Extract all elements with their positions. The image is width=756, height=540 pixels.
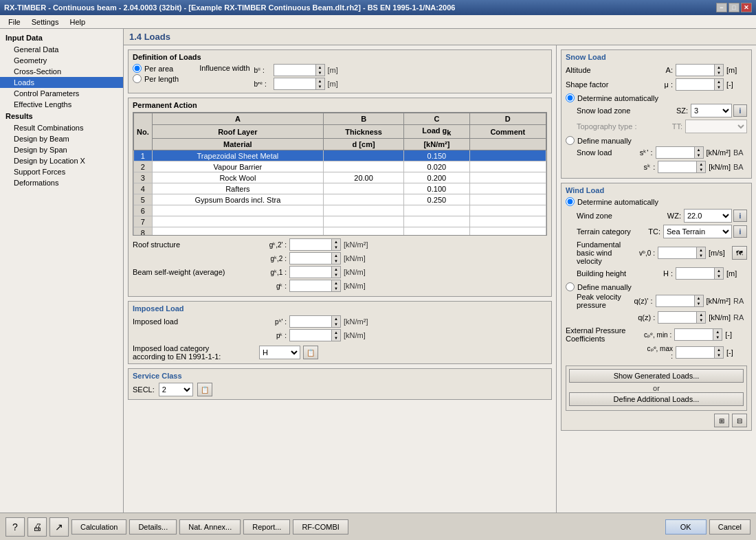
gk2-spinner[interactable]: 2.592 ▲▼ [289,252,341,265]
pk-input[interactable]: 0.000 [290,330,331,340]
snow-zone-select[interactable]: 1234 [691,104,732,117]
radio-per-area[interactable] [133,64,142,73]
table-row[interactable]: 4 Rafters 0.100 [134,183,546,194]
snow-auto-radio[interactable] [566,93,575,102]
secl-select[interactable]: 1 2 3 [159,383,193,396]
show-generated-loads-btn-right[interactable]: Show Generated Loads... [569,369,744,383]
bre-up[interactable]: ▲ [316,78,324,84]
sidebar-item-loads[interactable]: Loads [0,77,123,88]
cpemin-up[interactable]: ▲ [713,329,722,335]
cancel-button[interactable]: Cancel [709,519,751,535]
sidebar-item-result-combinations[interactable]: Result Combinations [0,122,123,133]
sk-spinner[interactable]: 2.486 ▲▼ [658,161,706,173]
topography-select[interactable] [685,120,747,133]
details-button[interactable]: Details... [129,519,177,535]
secl-icon-btn[interactable]: 📋 [197,383,212,396]
help-icon-btn[interactable]: ? [5,517,25,537]
terrain-cat-info-btn[interactable]: i [733,225,747,238]
menu-settings[interactable]: Settings [26,16,65,27]
pksup-up[interactable]: ▲ [332,316,340,322]
minimize-button[interactable]: − [716,3,727,12]
gk2sup-down[interactable]: ▼ [332,245,340,250]
gk-up[interactable]: ▲ [332,280,340,286]
qz-input[interactable]: 4.626 [658,313,696,322]
pk-sup-input[interactable]: 0.000 [290,317,331,326]
gk2sup-up[interactable]: ▲ [332,239,340,245]
bii-up[interactable]: ▲ [316,65,324,70]
sk-input[interactable]: 2.486 [658,162,696,172]
fund-wind-map-btn[interactable]: 🗺 [732,246,747,260]
sidebar-item-design-by-span[interactable]: Design by Span [0,144,123,155]
table-row[interactable]: 5 Gypsum Boards incl. Stra 0.250 [134,194,546,205]
imposed-cat-icon-btn[interactable]: 📋 [303,346,318,359]
rf-combi-button[interactable]: RF-COMBI [293,519,348,535]
pksup-down[interactable]: ▼ [332,322,340,327]
sidebar-item-support-forces[interactable]: Support Forces [0,166,123,177]
nat-annex-button[interactable]: Nat. Annex... [179,519,241,535]
gk1-spinner[interactable]: 0.257 ▲▼ [289,266,341,278]
qz-sup-spinner[interactable]: 1.285 ▲▼ [656,295,704,307]
calculation-button[interactable]: Calculation [71,519,126,535]
pk-sup-spinner[interactable]: 0.000 ▲▼ [289,315,341,328]
qzsup-down[interactable]: ▼ [695,301,703,306]
shape-factor-input[interactable]: 0.800 [676,80,714,89]
gk2-sup-spinner[interactable]: 0.720 ▲▼ [289,238,341,251]
gk2-up[interactable]: ▲ [332,253,340,258]
radio-per-length[interactable] [133,74,142,83]
gk2-down[interactable]: ▼ [332,258,340,264]
cpe-min-spinner[interactable]: -2.500 ▲▼ [674,328,722,341]
export-icon-btn[interactable]: ↗ [49,517,69,537]
rp-icon-btn-1[interactable]: ⊞ [714,414,729,427]
shape-factor-spinner[interactable]: 0.800 ▲▼ [676,78,724,91]
gk1-up[interactable]: ▲ [332,267,340,272]
vb-up[interactable]: ▲ [697,247,705,253]
wind-zone-select[interactable]: 123422.0 [684,209,732,223]
fund-wind-spinner[interactable]: 26.4 ▲▼ [658,247,706,259]
bii-spinner[interactable]: 1.700 ▲ ▼ [274,64,325,76]
sidebar-item-general-data[interactable]: General Data [0,44,123,55]
wind-manual-radio[interactable] [566,282,575,291]
table-row[interactable]: 1 Trapezoidal Sheet Metal 0.150 [134,150,546,161]
sf-up[interactable]: ▲ [715,79,723,85]
gk2-input[interactable]: 2.592 [290,254,331,263]
building-height-input[interactable]: 15.000 [676,269,714,278]
bii-input[interactable]: 1.700 [274,65,315,75]
table-row[interactable]: 6 [134,205,546,216]
altitude-input[interactable]: 200 [676,65,714,75]
bii-down[interactable]: ▼ [316,70,324,76]
print-icon-btn[interactable]: 🖨 [27,517,47,537]
alt-down[interactable]: ▼ [715,70,723,76]
wind-auto-radio[interactable] [566,197,575,206]
vb-down[interactable]: ▼ [697,253,705,258]
fund-wind-input[interactable]: 26.4 [658,248,696,258]
qz-up[interactable]: ▲ [697,312,705,317]
h-down[interactable]: ▼ [715,273,723,279]
report-button[interactable]: Report... [243,519,290,535]
qzsup-up[interactable]: ▲ [695,295,703,301]
sidebar-item-design-by-beam[interactable]: Design by Beam [0,133,123,144]
wind-zone-info-btn[interactable]: i [733,210,747,222]
sidebar-item-design-by-location-x[interactable]: Design by Location X [0,155,123,166]
imposed-cat-select[interactable]: H [259,346,300,359]
terrain-cat-select[interactable]: Sea Terrain Open Country Suburban/Forest… [663,225,732,238]
bre-spinner[interactable]: 1.900 ▲ ▼ [274,78,325,90]
cpemax-up[interactable]: ▲ [715,347,723,352]
snow-manual-radio[interactable] [566,136,575,145]
gk1-down[interactable]: ▼ [332,272,340,278]
qz-spinner[interactable]: 4.626 ▲▼ [658,311,706,324]
ok-button[interactable]: OK [665,519,707,535]
cpe-max-spinner[interactable]: 0.200 ▲▼ [676,346,724,359]
menu-file[interactable]: File [3,16,26,27]
table-row[interactable]: 2 Vapour Barrier 0.020 [134,161,546,172]
cpe-min-input[interactable]: -2.500 [675,330,713,339]
sk-up[interactable]: ▲ [697,161,705,167]
maximize-button[interactable]: □ [729,3,740,12]
sidebar-item-control-parameters[interactable]: Control Parameters [0,88,123,99]
close-button[interactable]: ✕ [741,3,752,12]
sksup-up[interactable]: ▲ [695,147,703,153]
cpemin-down[interactable]: ▼ [713,335,722,340]
sf-down[interactable]: ▼ [715,85,723,90]
pk-up[interactable]: ▲ [332,330,340,335]
qz-down[interactable]: ▼ [697,317,705,323]
pk-spinner[interactable]: 0.000 ▲▼ [289,329,341,341]
